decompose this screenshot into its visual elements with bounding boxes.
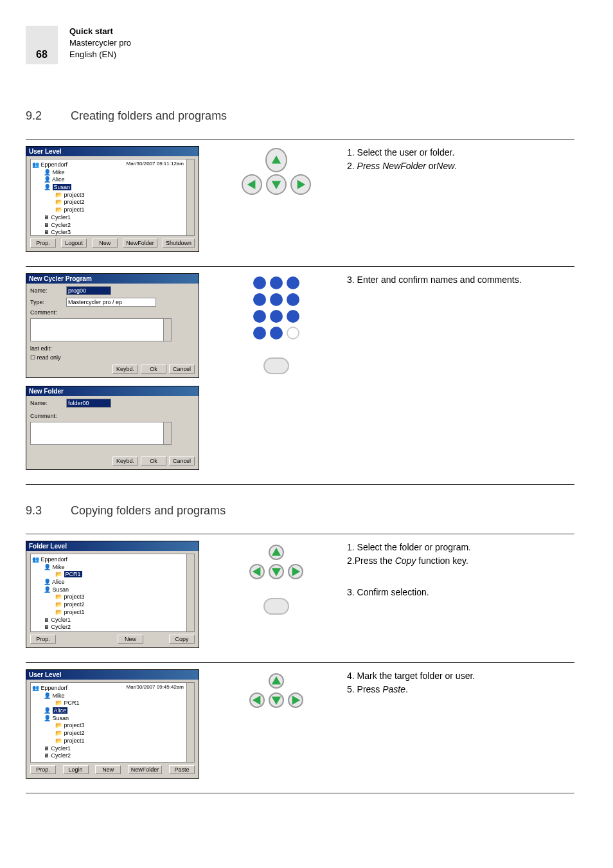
last-edit-label: last edit: [30, 345, 52, 352]
arrow-right-button[interactable] [288, 692, 303, 708]
keybd-button[interactable]: Keybd. [112, 365, 138, 374]
keypad-icon [253, 276, 299, 339]
tree-user[interactable]: Alice [32, 579, 193, 586]
svg-marker-0 [272, 156, 281, 164]
tree-cycler[interactable]: Cycler2 [32, 752, 193, 760]
cancel-button[interactable]: Cancel [169, 365, 195, 374]
comment-textarea[interactable] [30, 318, 172, 341]
name-label: Name: [30, 287, 62, 294]
tree-user[interactable]: Susan [32, 715, 193, 723]
tree-view[interactable]: Mar/30/2007 09:11:12am Eppendorf Mike Al… [30, 159, 195, 236]
tree-folder[interactable]: project2 [32, 601, 193, 609]
new-button[interactable]: New [95, 765, 121, 774]
arrow-down-button[interactable] [269, 564, 284, 579]
instruction-text: 4. Mark the target folder or user. 5. Pr… [347, 669, 574, 786]
header-text: Quick start Mastercycler pro English (EN… [69, 26, 131, 61]
new-button[interactable]: New [92, 239, 118, 248]
arrow-down-button[interactable] [269, 692, 284, 708]
tree-user[interactable]: Mike [32, 692, 193, 700]
prop-button[interactable]: Prop. [30, 239, 56, 248]
paste-button[interactable]: Paste [169, 765, 195, 774]
tree-user[interactable]: Alice [32, 707, 193, 715]
instruction-text: 1. Select the user or folder. 2. Press N… [347, 146, 574, 260]
comment-textarea[interactable] [30, 422, 172, 445]
tree-cycler[interactable]: Cycler1 [32, 617, 193, 624]
tree-user[interactable]: Mike [32, 169, 193, 177]
tree-folder[interactable]: project1 [32, 737, 193, 745]
copy-button[interactable]: Copy [169, 635, 195, 644]
instruction-text: 3. Enter and confirm names and comments. [347, 273, 574, 478]
scrollbar[interactable] [186, 159, 194, 235]
tree-folder[interactable]: project1 [32, 609, 193, 617]
tree-user[interactable]: Susan [32, 184, 193, 192]
readonly-checkbox[interactable]: read only [30, 354, 61, 361]
newfolder-button[interactable]: NewFolder [123, 239, 157, 248]
login-button[interactable]: Login [63, 765, 89, 774]
prop-button[interactable]: Prop. [30, 635, 56, 644]
tree-root[interactable]: Eppendorf [32, 556, 193, 564]
tree-cycler[interactable]: Cycler2 [32, 624, 193, 631]
name-input[interactable]: prog00 [66, 286, 111, 295]
keybd-button[interactable]: Keybd. [112, 457, 138, 466]
arrow-left-button[interactable] [249, 692, 265, 708]
scrollbar[interactable] [186, 554, 194, 631]
tree-view[interactable]: Mar/30/2007 09:45:42am Eppendorf Mike PC… [30, 682, 195, 763]
type-label: Type: [30, 299, 62, 305]
dialog-title: User Level [26, 670, 199, 680]
prop-button[interactable]: Prop. [30, 765, 56, 774]
timestamp: Mar/30/2007 09:11:12am [127, 161, 184, 167]
tree-folder[interactable]: project2 [32, 199, 193, 206]
name-input[interactable]: folder00 [66, 399, 111, 408]
arrow-left-button[interactable] [242, 174, 262, 195]
arrow-up-button[interactable] [269, 545, 284, 560]
tree-cycler[interactable]: Cycler2 [32, 222, 193, 230]
shutdown-button[interactable]: Shutdown [163, 239, 195, 248]
new-folder-dialog: New Folder Name:folder00 Comment: Keybd.… [26, 386, 199, 470]
new-button[interactable]: New [118, 635, 143, 644]
newfolder-button[interactable]: NewFolder [128, 765, 163, 774]
svg-marker-3 [298, 180, 306, 189]
user-level-dialog: User Level Mar/30/2007 09:11:12am Eppend… [26, 146, 199, 252]
ok-button[interactable]: Ok [141, 457, 166, 466]
arrow-down-button[interactable] [266, 174, 287, 195]
arrow-right-button[interactable] [290, 174, 311, 195]
page-number: 68 [26, 26, 58, 64]
arrow-pad-small [249, 544, 304, 580]
arrow-left-button[interactable] [249, 564, 265, 579]
tree-folder[interactable]: project1 [32, 206, 193, 214]
tree-folder[interactable]: project3 [32, 722, 193, 730]
section-9-2-heading: 9.2Creating folders and programs [26, 109, 574, 123]
svg-marker-5 [253, 567, 261, 576]
type-input[interactable]: Mastercycler pro / ep [66, 298, 156, 307]
tree-cycler[interactable]: Cycler1 [32, 745, 193, 753]
tree-user[interactable]: Susan [32, 586, 193, 594]
tree-view[interactable]: Eppendorf Mike PCR1 Alice Susan project3… [30, 554, 195, 632]
scrollbar[interactable] [186, 683, 194, 762]
tree-folder[interactable]: PCR1 [32, 700, 193, 707]
tree-folder[interactable]: project3 [32, 593, 193, 601]
dialog-title: User Level [26, 147, 199, 156]
svg-marker-4 [272, 548, 281, 556]
scrollbar[interactable] [163, 422, 171, 444]
dialog-title: New Cycler Program [26, 274, 199, 284]
tree-cycler[interactable]: Cycler1 [32, 214, 193, 222]
page-header: 68 Quick start Mastercycler pro English … [26, 26, 574, 64]
instruction-text: 1. Select the folder or program. 2.Press… [347, 541, 574, 656]
comment-label: Comment: [30, 309, 62, 316]
tree-folder[interactable]: project3 [32, 192, 193, 199]
svg-marker-11 [292, 696, 301, 705]
arrow-right-button[interactable] [288, 564, 303, 579]
ok-button[interactable]: Ok [141, 365, 166, 374]
section-9-3-heading: 9.3Copying folders and programs [26, 504, 574, 518]
tree-user[interactable]: Alice [32, 176, 193, 184]
tree-user[interactable]: Mike [32, 564, 193, 572]
arrow-up-button[interactable] [265, 148, 287, 172]
tree-folder[interactable]: PCR1 [32, 571, 193, 579]
scrollbar[interactable] [163, 319, 171, 341]
tree-cycler[interactable]: Cycler3 [32, 229, 193, 236]
logout-button[interactable]: Logout [61, 239, 87, 248]
cancel-button[interactable]: Cancel [169, 457, 195, 466]
arrow-up-button[interactable] [269, 673, 284, 689]
tree-folder[interactable]: project2 [32, 730, 193, 737]
svg-marker-7 [292, 567, 301, 576]
